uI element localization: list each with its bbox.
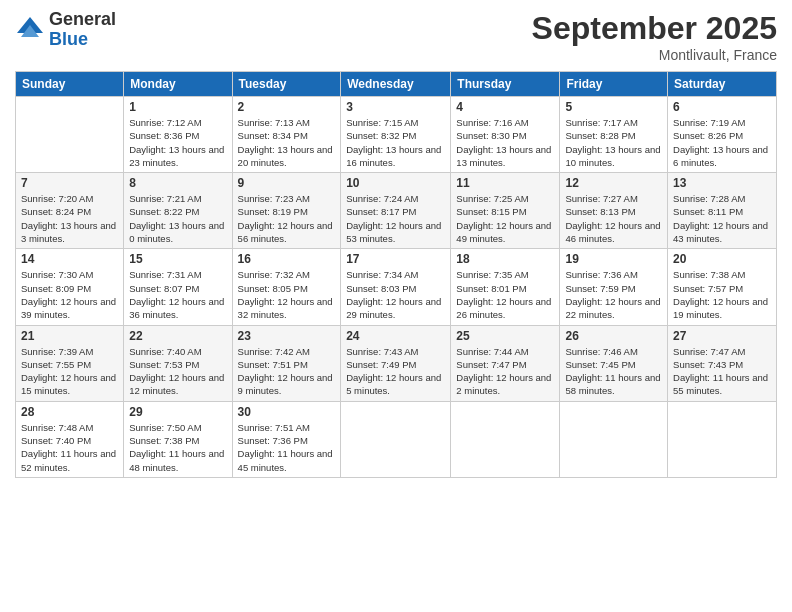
day-info: Sunrise: 7:35 AMSunset: 8:01 PMDaylight:… [456,268,554,321]
day-header-sunday: Sunday [16,72,124,97]
calendar-cell: 12Sunrise: 7:27 AMSunset: 8:13 PMDayligh… [560,173,668,249]
day-info: Sunrise: 7:27 AMSunset: 8:13 PMDaylight:… [565,192,662,245]
day-header-saturday: Saturday [668,72,777,97]
calendar-week-2: 14Sunrise: 7:30 AMSunset: 8:09 PMDayligh… [16,249,777,325]
day-number: 10 [346,176,445,190]
day-info: Sunrise: 7:20 AMSunset: 8:24 PMDaylight:… [21,192,118,245]
calendar-week-3: 21Sunrise: 7:39 AMSunset: 7:55 PMDayligh… [16,325,777,401]
day-info: Sunrise: 7:21 AMSunset: 8:22 PMDaylight:… [129,192,226,245]
day-info: Sunrise: 7:15 AMSunset: 8:32 PMDaylight:… [346,116,445,169]
day-number: 2 [238,100,336,114]
header: General Blue September 2025 Montlivault,… [15,10,777,63]
day-info: Sunrise: 7:13 AMSunset: 8:34 PMDaylight:… [238,116,336,169]
day-number: 1 [129,100,226,114]
title-area: September 2025 Montlivault, France [532,10,777,63]
day-number: 5 [565,100,662,114]
day-number: 25 [456,329,554,343]
calendar-cell: 11Sunrise: 7:25 AMSunset: 8:15 PMDayligh… [451,173,560,249]
day-number: 28 [21,405,118,419]
day-info: Sunrise: 7:44 AMSunset: 7:47 PMDaylight:… [456,345,554,398]
calendar-cell: 5Sunrise: 7:17 AMSunset: 8:28 PMDaylight… [560,97,668,173]
day-number: 14 [21,252,118,266]
calendar-cell: 24Sunrise: 7:43 AMSunset: 7:49 PMDayligh… [341,325,451,401]
calendar-cell: 25Sunrise: 7:44 AMSunset: 7:47 PMDayligh… [451,325,560,401]
calendar-cell: 7Sunrise: 7:20 AMSunset: 8:24 PMDaylight… [16,173,124,249]
day-number: 13 [673,176,771,190]
calendar-cell [560,401,668,477]
day-info: Sunrise: 7:25 AMSunset: 8:15 PMDaylight:… [456,192,554,245]
day-number: 7 [21,176,118,190]
day-header-friday: Friday [560,72,668,97]
calendar-cell: 6Sunrise: 7:19 AMSunset: 8:26 PMDaylight… [668,97,777,173]
day-info: Sunrise: 7:48 AMSunset: 7:40 PMDaylight:… [21,421,118,474]
day-number: 29 [129,405,226,419]
calendar-cell: 29Sunrise: 7:50 AMSunset: 7:38 PMDayligh… [124,401,232,477]
day-number: 27 [673,329,771,343]
calendar-cell [341,401,451,477]
calendar-cell: 23Sunrise: 7:42 AMSunset: 7:51 PMDayligh… [232,325,341,401]
day-info: Sunrise: 7:43 AMSunset: 7:49 PMDaylight:… [346,345,445,398]
calendar-cell: 17Sunrise: 7:34 AMSunset: 8:03 PMDayligh… [341,249,451,325]
day-info: Sunrise: 7:36 AMSunset: 7:59 PMDaylight:… [565,268,662,321]
day-info: Sunrise: 7:17 AMSunset: 8:28 PMDaylight:… [565,116,662,169]
day-number: 12 [565,176,662,190]
day-number: 9 [238,176,336,190]
calendar-week-0: 1Sunrise: 7:12 AMSunset: 8:36 PMDaylight… [16,97,777,173]
day-header-wednesday: Wednesday [341,72,451,97]
day-number: 11 [456,176,554,190]
day-info: Sunrise: 7:31 AMSunset: 8:07 PMDaylight:… [129,268,226,321]
day-header-tuesday: Tuesday [232,72,341,97]
logo-icon [15,15,45,45]
day-info: Sunrise: 7:32 AMSunset: 8:05 PMDaylight:… [238,268,336,321]
day-info: Sunrise: 7:50 AMSunset: 7:38 PMDaylight:… [129,421,226,474]
calendar-cell [16,97,124,173]
day-info: Sunrise: 7:28 AMSunset: 8:11 PMDaylight:… [673,192,771,245]
day-info: Sunrise: 7:38 AMSunset: 7:57 PMDaylight:… [673,268,771,321]
logo-blue: Blue [49,30,116,50]
day-number: 26 [565,329,662,343]
calendar-cell: 4Sunrise: 7:16 AMSunset: 8:30 PMDaylight… [451,97,560,173]
calendar-cell: 3Sunrise: 7:15 AMSunset: 8:32 PMDaylight… [341,97,451,173]
calendar-cell: 15Sunrise: 7:31 AMSunset: 8:07 PMDayligh… [124,249,232,325]
day-number: 23 [238,329,336,343]
calendar-cell: 16Sunrise: 7:32 AMSunset: 8:05 PMDayligh… [232,249,341,325]
day-info: Sunrise: 7:47 AMSunset: 7:43 PMDaylight:… [673,345,771,398]
calendar-cell: 18Sunrise: 7:35 AMSunset: 8:01 PMDayligh… [451,249,560,325]
calendar-cell: 26Sunrise: 7:46 AMSunset: 7:45 PMDayligh… [560,325,668,401]
day-number: 18 [456,252,554,266]
day-info: Sunrise: 7:30 AMSunset: 8:09 PMDaylight:… [21,268,118,321]
calendar-table: SundayMondayTuesdayWednesdayThursdayFrid… [15,71,777,478]
day-info: Sunrise: 7:34 AMSunset: 8:03 PMDaylight:… [346,268,445,321]
calendar-cell: 21Sunrise: 7:39 AMSunset: 7:55 PMDayligh… [16,325,124,401]
day-number: 19 [565,252,662,266]
day-info: Sunrise: 7:19 AMSunset: 8:26 PMDaylight:… [673,116,771,169]
logo-general: General [49,10,116,30]
day-number: 21 [21,329,118,343]
calendar-cell: 10Sunrise: 7:24 AMSunset: 8:17 PMDayligh… [341,173,451,249]
day-info: Sunrise: 7:39 AMSunset: 7:55 PMDaylight:… [21,345,118,398]
day-info: Sunrise: 7:51 AMSunset: 7:36 PMDaylight:… [238,421,336,474]
day-info: Sunrise: 7:16 AMSunset: 8:30 PMDaylight:… [456,116,554,169]
day-number: 16 [238,252,336,266]
day-number: 24 [346,329,445,343]
day-info: Sunrise: 7:23 AMSunset: 8:19 PMDaylight:… [238,192,336,245]
calendar-cell: 28Sunrise: 7:48 AMSunset: 7:40 PMDayligh… [16,401,124,477]
calendar-cell [451,401,560,477]
calendar-cell: 13Sunrise: 7:28 AMSunset: 8:11 PMDayligh… [668,173,777,249]
calendar-cell: 22Sunrise: 7:40 AMSunset: 7:53 PMDayligh… [124,325,232,401]
day-number: 30 [238,405,336,419]
page: General Blue September 2025 Montlivault,… [0,0,792,612]
day-number: 8 [129,176,226,190]
day-header-monday: Monday [124,72,232,97]
day-header-thursday: Thursday [451,72,560,97]
logo-text: General Blue [49,10,116,50]
calendar-cell: 27Sunrise: 7:47 AMSunset: 7:43 PMDayligh… [668,325,777,401]
day-info: Sunrise: 7:24 AMSunset: 8:17 PMDaylight:… [346,192,445,245]
day-info: Sunrise: 7:40 AMSunset: 7:53 PMDaylight:… [129,345,226,398]
calendar-cell [668,401,777,477]
day-info: Sunrise: 7:42 AMSunset: 7:51 PMDaylight:… [238,345,336,398]
calendar-header-row: SundayMondayTuesdayWednesdayThursdayFrid… [16,72,777,97]
calendar-cell: 8Sunrise: 7:21 AMSunset: 8:22 PMDaylight… [124,173,232,249]
calendar-cell: 9Sunrise: 7:23 AMSunset: 8:19 PMDaylight… [232,173,341,249]
day-info: Sunrise: 7:12 AMSunset: 8:36 PMDaylight:… [129,116,226,169]
